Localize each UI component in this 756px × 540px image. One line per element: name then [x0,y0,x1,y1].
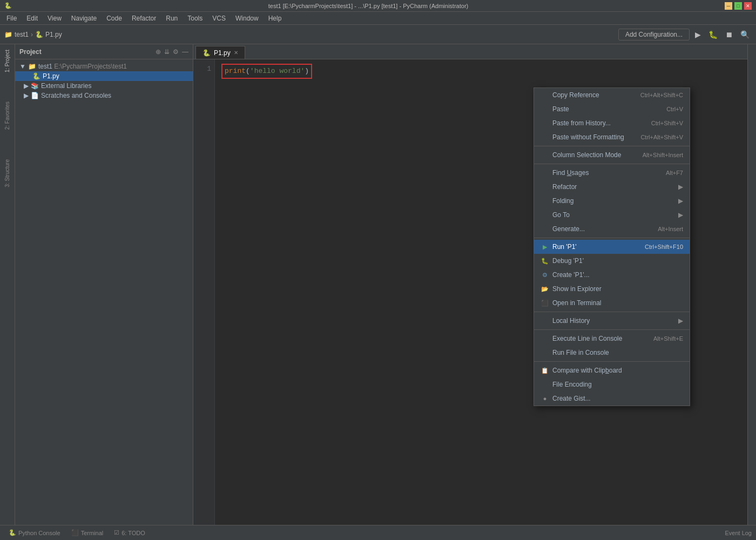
tree-item-root[interactable]: ▼ 📁 test1 E:\PycharmProjects\test1 [15,62,193,71]
menu-view[interactable]: View [43,14,66,23]
ctx-refactor[interactable]: Refactor ▶ [534,180,690,194]
minimize-button[interactable]: ─ [725,2,732,10]
ctx-paste-shortcut: Ctrl+V [666,106,683,112]
search-everywhere-button[interactable]: 🔍 [738,29,752,40]
tree-item-external-libraries[interactable]: ▶ 📚 External Libraries [15,81,193,91]
editor-area: 🐍 P1.py ✕ 1 print('hello world') [193,44,747,525]
ctx-paste-no-format-label: Paste without Formatting [552,133,637,141]
py-file-icon-tree: 🐍 [32,72,40,80]
favorites-strip-label[interactable]: 2: Favorites [2,98,12,133]
ctx-column-mode-label: Column Selection Mode [552,151,639,159]
tree-scratches-label: Scratches and Consoles [41,92,111,99]
ctx-column-mode-icon [541,151,549,159]
menu-edit[interactable]: Edit [22,14,42,23]
ctx-folding[interactable]: Folding ▶ [534,194,690,208]
ctx-folding-icon [541,197,549,205]
ctx-paste-no-format[interactable]: Paste without Formatting Ctrl+Alt+Shift+… [534,130,690,144]
ctx-go-to[interactable]: Go To ▶ [534,208,690,222]
ctx-find-usages[interactable]: Find Usages Alt+F7 [534,166,690,180]
right-strip [747,44,756,525]
todo-icon: ☑ [114,529,119,536]
ctx-create-gist-label: Create Gist... [552,395,683,402]
ctx-create-gist[interactable]: ● Create Gist... [534,392,690,406]
ctx-debug-p1[interactable]: 🐛 Debug 'P1' [534,254,690,268]
editor-tabs: 🐍 P1.py ✕ [193,44,747,59]
bottom-tab-terminal[interactable]: ⬛ Terminal [67,528,108,538]
ctx-sep-2 [534,164,690,164]
stop-button[interactable]: ⏹ [723,29,735,40]
ctx-file-encoding[interactable]: File Encoding [534,377,690,392]
ctx-open-terminal[interactable]: ⬛ Open in Terminal [534,296,690,310]
menu-window[interactable]: Window [231,14,263,23]
folder-icon: 📁 [4,31,12,38]
ctx-paste-no-format-icon [541,133,549,141]
ctx-paste-history[interactable]: Paste from History... Ctrl+Shift+V [534,116,690,130]
ctx-find-usages-icon [541,168,549,177]
editor-tab-p1py[interactable]: 🐍 P1.py ✕ [195,46,245,59]
ctx-compare-icon: 📋 [541,366,549,375]
maximize-button[interactable]: □ [734,2,742,10]
structure-strip-label[interactable]: 3: Structure [2,156,12,191]
ctx-local-history-icon [541,316,549,325]
bottom-tabs: 🐍 Python Console ⬛ Terminal ☑ 6: TODO Ev… [0,525,756,540]
tree-item-scratches[interactable]: ▶ 📄 Scratches and Consoles [15,91,193,100]
title-bar: 🐍 test1 [E:\PycharmProjects\test1] - ...… [0,0,756,12]
menu-vcs[interactable]: VCS [208,14,230,23]
python-console-label: Python Console [18,530,60,536]
menu-run[interactable]: Run [161,14,182,23]
run-button[interactable]: ▶ [693,29,703,40]
ctx-paste[interactable]: Paste Ctrl+V [534,102,690,116]
paren-open: ( [246,67,250,75]
ctx-refactor-icon [541,183,549,191]
ctx-compare-clipboard[interactable]: 📋 Compare with Clipboard [534,363,690,377]
ctx-create-p1[interactable]: ⚙ Create 'P1'... [534,268,690,282]
left-strip: 1: Project 2: Favorites 3: Structure [0,44,15,525]
ctx-run-file-console[interactable]: Run File in Console [534,346,690,360]
project-panel-title: Project [19,48,152,56]
tab-close-icon[interactable]: ✕ [234,50,238,56]
ctx-column-mode[interactable]: Column Selection Mode Alt+Shift+Insert [534,148,690,162]
ctx-paste-history-shortcut: Ctrl+Shift+V [651,120,683,126]
add-configuration-button[interactable]: Add Configuration... [618,29,690,40]
menu-code[interactable]: Code [102,14,126,23]
ctx-local-history-arrow: ▶ [678,317,683,325]
ctx-refactor-label: Refactor [552,183,673,191]
close-button[interactable]: ✕ [744,2,752,10]
toolbar-file-label: P1.py [45,31,62,38]
tree-expand-scratches: ▶ [24,92,29,99]
ctx-folding-arrow: ▶ [678,197,683,205]
tree-external-label: External Libraries [41,82,91,90]
menu-tools[interactable]: Tools [183,14,207,23]
ctx-create-icon: ⚙ [541,271,549,279]
scratches-icon: 📄 [31,92,39,99]
ctx-paste-history-label: Paste from History... [552,119,648,127]
ctx-run-p1-shortcut: Ctrl+Shift+F10 [645,244,683,250]
menu-refactor[interactable]: Refactor [127,14,160,23]
ctx-run-p1[interactable]: ▶ Run 'P1' Ctrl+Shift+F10 [534,240,690,254]
todo-label: 6: TODO [122,530,145,536]
ctx-show-explorer[interactable]: 📂 Show in Explorer [534,282,690,296]
main-layout: 1: Project 2: Favorites 3: Structure Pro… [0,44,756,525]
terminal-icon: ⬛ [71,529,79,536]
panel-gear-button[interactable]: ⚙ [173,48,179,56]
bottom-tab-todo[interactable]: ☑ 6: TODO [110,528,150,538]
debug-button[interactable]: 🐛 [706,29,720,40]
ctx-create-p1-label: Create 'P1'... [552,271,683,279]
ctx-generate[interactable]: Generate... Alt+Insert [534,222,690,236]
ctx-copy-reference-icon [541,91,549,99]
panel-add-button[interactable]: ⊕ [156,48,161,56]
ctx-copy-reference[interactable]: Copy Reference Ctrl+Alt+Shift+C [534,88,690,102]
menu-help[interactable]: Help [264,14,286,23]
ctx-local-history[interactable]: Local History ▶ [534,314,690,328]
menu-navigate[interactable]: Navigate [67,14,101,23]
bottom-tab-python-console[interactable]: 🐍 Python Console [4,528,65,538]
project-strip-label[interactable]: 1: Project [2,46,12,76]
ctx-execute-line[interactable]: Execute Line in Console Alt+Shift+E [534,332,690,346]
code-box-highlight: print('hello world') [221,64,312,79]
menu-file[interactable]: File [2,14,21,23]
tree-item-p1py[interactable]: 🐍 P1.py [15,71,193,81]
panel-collapse-button[interactable]: ⇊ [164,48,170,56]
panel-close-button[interactable]: — [182,48,188,56]
event-log-button[interactable]: Event Log [725,530,752,536]
folder-icon-root: 📁 [28,63,36,70]
